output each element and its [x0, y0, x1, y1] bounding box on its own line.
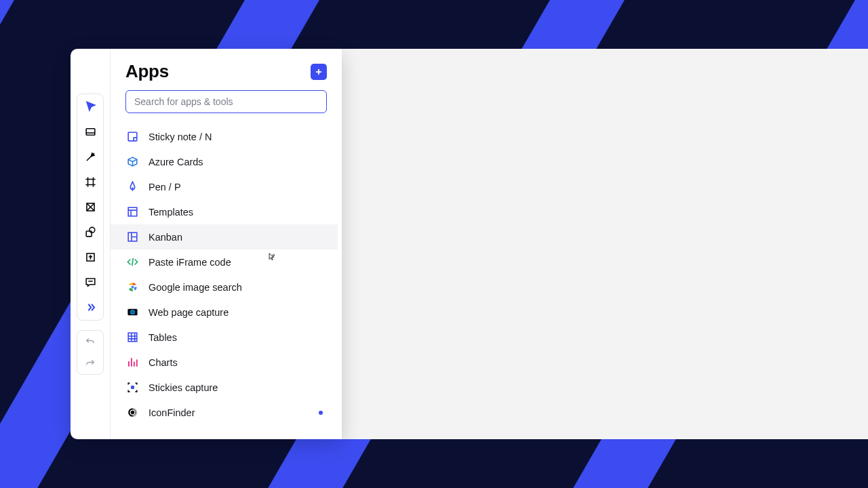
apps-panel: Apps Sticky note / NAzure CardsPen / PTe…: [110, 49, 342, 439]
google-icon: [125, 281, 139, 294]
app-item-label: Templates: [149, 207, 193, 218]
app-item-azure[interactable]: Azure Cards: [111, 149, 338, 174]
tool-arrow[interactable]: [77, 144, 103, 169]
app-item-label: IconFinder: [149, 407, 195, 418]
app-item-google[interactable]: Google image search: [111, 274, 338, 300]
tool-frame[interactable]: [77, 169, 103, 195]
eye-icon: [125, 306, 139, 319]
tool-more[interactable]: [77, 295, 103, 320]
apps-list[interactable]: Sticky note / NAzure CardsPen / PTemplat…: [111, 120, 338, 439]
app-item-label: Sticky note / N: [149, 131, 212, 142]
svg-rect-0: [86, 129, 95, 136]
tool-select[interactable]: [77, 94, 103, 119]
app-item-label: Stickies capture: [149, 382, 218, 393]
tool-comment[interactable]: [77, 270, 103, 295]
sticky-icon: [125, 130, 139, 144]
app-item-kanban[interactable]: Kanban: [111, 224, 338, 249]
redo-button[interactable]: [77, 352, 103, 374]
add-app-button[interactable]: [311, 64, 327, 80]
kanban-icon: [125, 230, 139, 244]
app-item-tmpl[interactable]: Templates: [111, 199, 338, 224]
app-item-webcap[interactable]: Web page capture: [111, 300, 338, 325]
app-item-label: Paste iFrame code: [149, 257, 231, 268]
tool-card[interactable]: [77, 119, 103, 144]
chart-icon: [125, 356, 139, 369]
tool-group: [77, 94, 104, 321]
app-item-label: Pen / P: [149, 182, 181, 192]
tool-shapes[interactable]: [77, 220, 103, 245]
app-item-label: Azure Cards: [149, 157, 203, 167]
app-item-label: Web page capture: [149, 307, 229, 318]
app-item-iframe[interactable]: Paste iFrame code: [111, 249, 338, 274]
iconfinder-icon: [125, 406, 139, 420]
azure-icon: [125, 155, 139, 169]
undo-redo-group: [77, 330, 104, 375]
panel-title: Apps: [125, 61, 169, 82]
app-item-charts[interactable]: Charts: [111, 350, 338, 375]
capture-icon: [125, 381, 139, 394]
tool-placeholder[interactable]: [77, 195, 103, 220]
app-item-label: Charts: [149, 357, 178, 368]
tool-upload[interactable]: [77, 245, 103, 270]
app-item-tables[interactable]: Tables: [111, 325, 338, 350]
template-icon: [125, 205, 139, 219]
code-icon: [125, 256, 139, 269]
table-icon: [125, 331, 139, 344]
app-item-iconf[interactable]: IconFinder: [111, 400, 338, 425]
app-item-label: Google image search: [149, 282, 242, 293]
app-item-label: Tables: [149, 332, 177, 343]
app-item-pen[interactable]: Pen / P: [111, 174, 338, 199]
toolbar: [71, 49, 110, 439]
app-item-label: Kanban: [149, 232, 182, 243]
pen-icon: [125, 180, 139, 194]
app-item-stkcap[interactable]: Stickies capture: [111, 375, 338, 400]
app-window: Apps Sticky note / NAzure CardsPen / PTe…: [71, 49, 342, 439]
plus-icon: [314, 67, 323, 77]
search-input[interactable]: [125, 90, 327, 113]
undo-button[interactable]: [77, 331, 103, 352]
new-indicator-dot: [319, 411, 323, 415]
app-item-sticky[interactable]: Sticky note / N: [111, 124, 338, 149]
canvas[interactable]: [341, 49, 868, 439]
